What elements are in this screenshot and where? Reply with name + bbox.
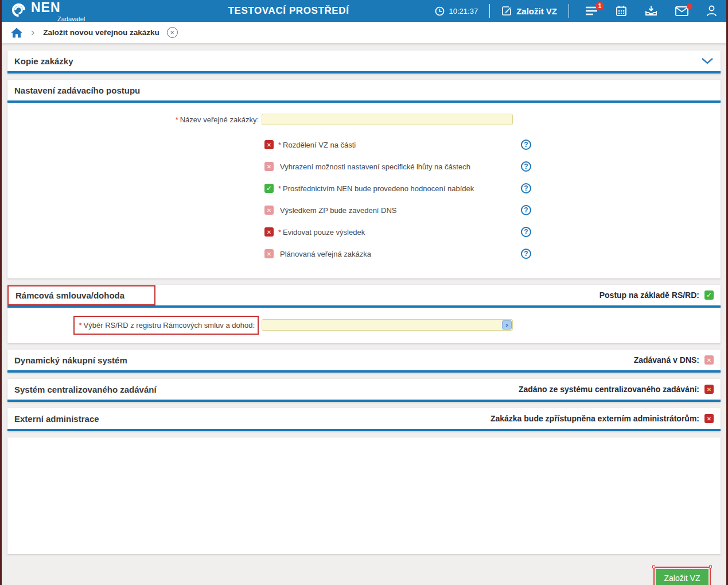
- checkbox-label: * Evidovat pouze výsledek: [278, 228, 365, 237]
- help-icon[interactable]: [521, 249, 531, 259]
- section-ramcova: Rámcová smlouva/dohoda Postup na základě…: [7, 285, 721, 343]
- help-icon[interactable]: [521, 205, 531, 215]
- section-externi: Externí administrace Zakázka bude zpříst…: [7, 408, 721, 431]
- checkbox-label: * Prostřednictvím NEN bude provedeno hod…: [278, 184, 474, 193]
- help-icon[interactable]: [521, 140, 531, 150]
- section-title-ramcova: Rámcová smlouva/dohoda: [7, 285, 155, 305]
- expand-section-button[interactable]: [701, 57, 714, 64]
- messages-badge: [687, 3, 692, 9]
- checkbox-row-evidovat: * Evidovat pouze výsledek: [7, 221, 721, 243]
- messages-button[interactable]: [675, 6, 688, 16]
- server-time: 10:21:37: [435, 6, 478, 16]
- brand-name: NEN: [31, 0, 61, 15]
- section-title-nastaveni: Nastavení zadávacího postupu: [14, 86, 140, 95]
- checkbox-row-hodnoceni: * Prostřednictvím NEN bude provedeno hod…: [7, 177, 721, 199]
- breadcrumb-current: Založit novou veřejnou zakázku: [43, 28, 159, 37]
- clock-icon: [435, 6, 445, 16]
- rsrd-select-label: *Výběr RS/RD z registru Rámcových smluv …: [73, 316, 259, 335]
- annotation-handle: [709, 565, 712, 568]
- checkbox-externi-admin[interactable]: [704, 414, 714, 423]
- checkbox-zadavana-dns[interactable]: [704, 355, 714, 365]
- environment-title: TESTOVACÍ PROSTŘEDÍ: [228, 5, 349, 17]
- create-vz-header-button[interactable]: Založit VZ: [501, 6, 557, 16]
- menu-button[interactable]: 1: [585, 6, 598, 16]
- rsrd-select-input[interactable]: [262, 319, 513, 331]
- section-title-dns: Dynamický nákupní systém: [14, 355, 127, 365]
- home-icon[interactable]: [11, 28, 22, 38]
- empty-content-panel: [7, 437, 721, 554]
- section-scz: Systém centralizovaného zadávání Zadáno …: [7, 379, 721, 402]
- page-content: Kopie zakázky Nastavení zadávacího postu…: [2, 43, 726, 585]
- divider: [489, 4, 490, 18]
- submit-zalozit-vz-button[interactable]: Založit VZ: [656, 569, 708, 585]
- checkbox-rozdeleni-vz[interactable]: [264, 140, 274, 149]
- nen-logo[interactable]: NEN Zadavatel: [11, 1, 61, 21]
- nazev-vz-label: * Název veřejné zakázky:: [7, 115, 262, 124]
- checkbox-nen-hodnoceni[interactable]: [264, 184, 274, 193]
- inbox-download-icon: [645, 5, 657, 17]
- calendar-button[interactable]: [616, 5, 627, 17]
- divider: [569, 4, 569, 18]
- checkbox-vysledek-dns[interactable]: [264, 206, 274, 215]
- annotation-handle: [652, 565, 655, 568]
- checkbox-row-dns-zavedeni: Výsledkem ZP bude zavedení DNS: [7, 199, 721, 221]
- calendar-icon: [616, 5, 627, 17]
- nazev-vz-row: * Název veřejné zakázky:: [7, 111, 721, 128]
- breadcrumb: › Založit novou veřejnou zakázku: [2, 22, 726, 43]
- scz-right-label: Zadáno ze systému centralizovaného zadáv…: [519, 385, 699, 394]
- footer-action-bar: Založit VZ: [7, 560, 721, 585]
- rsrd-select-row: *Výběr RS/RD z registru Rámcových smluv …: [7, 319, 721, 331]
- edit-icon: [501, 6, 512, 16]
- help-icon[interactable]: [521, 183, 531, 193]
- section-nastaveni: Nastavení zadávacího postupu * Název veř…: [7, 80, 721, 278]
- checkbox-label: Vyhrazení možnosti nastavení specifické …: [278, 162, 470, 171]
- user-profile-button[interactable]: [706, 5, 717, 17]
- nazev-vz-input[interactable]: [262, 114, 513, 125]
- checkbox-label: * Rozdělení VZ na části: [278, 141, 356, 149]
- checkbox-row-vyhrazeni: Vyhrazení možnosti nastavení specifické …: [7, 156, 721, 177]
- section-dns: Dynamický nákupní systém Zadávaná v DNS:: [7, 350, 721, 373]
- menu-badge: 1: [595, 2, 604, 10]
- user-icon: [706, 5, 717, 17]
- section-kopie-zakazky: Kopie zakázky: [7, 51, 721, 73]
- checkbox-label: Plánovaná veřejná zakázka: [278, 250, 371, 258]
- checkbox-zadano-scz[interactable]: [704, 385, 714, 394]
- checkbox-postup-rsrd[interactable]: [704, 290, 714, 300]
- checkbox-evidovat-vysledek[interactable]: [264, 227, 274, 237]
- inbox-download-button[interactable]: [645, 5, 657, 17]
- submit-annotation-box: Založit VZ: [655, 568, 710, 585]
- checkbox-label: Výsledkem ZP bude zavedení DNS: [278, 206, 397, 215]
- section-title-scz: Systém centralizovaného zadávání: [14, 385, 157, 394]
- dns-right-label: Zadávaná v DNS:: [634, 355, 699, 365]
- nen-swirl-icon: [11, 2, 26, 18]
- externi-right-label: Zakázka bude zpřístupněna externím admin…: [490, 414, 699, 423]
- checkbox-row-rozdeleni: * Rozdělení VZ na části: [7, 134, 721, 156]
- checkbox-vyhrazeni-lhuty[interactable]: [264, 162, 274, 171]
- rsrd-picker-button[interactable]: ›: [502, 320, 512, 330]
- ramcova-right-label: Postup na základě RS/RD:: [599, 290, 699, 300]
- chevron-down-icon: [701, 57, 714, 64]
- checkbox-row-planovana: Plánovaná veřejná zakázka: [7, 243, 721, 265]
- help-icon[interactable]: [521, 161, 531, 172]
- close-tab-icon[interactable]: [167, 27, 178, 38]
- checkbox-planovana-vz[interactable]: [264, 249, 274, 258]
- breadcrumb-chevron-icon: ›: [31, 26, 34, 37]
- top-bar: NEN Zadavatel TESTOVACÍ PROSTŘEDÍ 10:21:…: [2, 0, 726, 22]
- help-icon[interactable]: [521, 227, 531, 237]
- section-title-externi: Externí administrace: [14, 414, 99, 424]
- section-title-kopie: Kopie zakázky: [14, 56, 73, 66]
